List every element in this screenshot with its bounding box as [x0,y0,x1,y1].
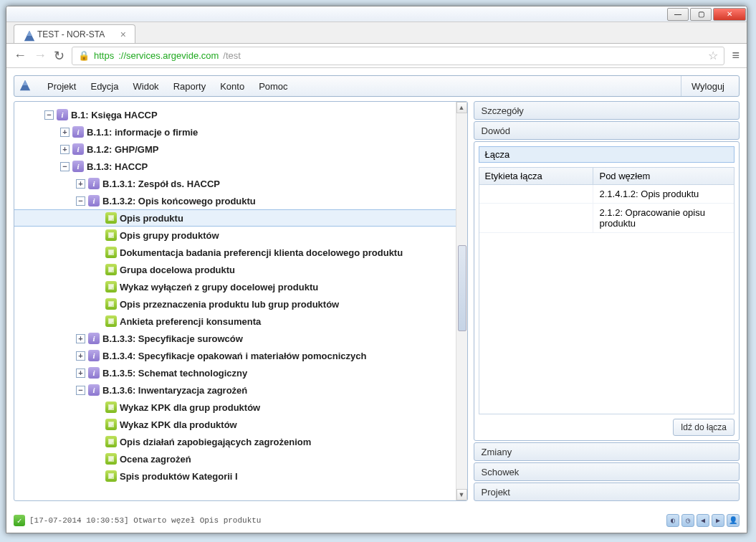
menu-widok[interactable]: Widok [126,81,166,92]
tree-row[interactable]: −B.1: Księga HACCP [14,106,456,123]
favicon-icon [23,29,33,39]
maximize-button[interactable]: ▢ [690,8,712,21]
menu-raporty[interactable]: Raporty [166,81,214,92]
tree-row[interactable]: +B.1.3.4: Specyfikacje opakowań i materi… [14,347,456,364]
lock-icon: 🔒 [78,50,90,61]
tree-row[interactable]: −B.1.3.2: Opis końcowego produktu [14,192,456,209]
tree-scrollbar[interactable]: ▲ ▼ [456,102,467,500]
document-node-icon [105,436,117,447]
section-clipboard[interactable]: Schowek [474,462,740,481]
tree-row[interactable]: Dokumentacja badania preferencji klienta… [14,244,456,261]
tree-row[interactable]: Opis grupy produktów [14,227,456,244]
scroll-up-icon[interactable]: ▲ [456,102,467,113]
tree-row[interactable]: +B.1.1: informacje o firmie [14,123,456,141]
tree-row[interactable]: Opis produktu [14,209,456,227]
app-area: Projekt Edycja Widok Raporty Konto Pomoc… [6,68,747,533]
tree-row[interactable]: +B.1.3.5: Schemat technologiczny [14,364,456,381]
browser-window: — ▢ ✕ TEST - NOR-STA × ← → ↻ 🔒 https://s… [6,6,747,533]
expand-icon[interactable]: + [76,369,85,378]
scroll-thumb[interactable] [458,245,466,331]
collapse-icon[interactable]: − [60,162,70,171]
tree-node-label: Opis grupy produktów [120,230,219,241]
section-details[interactable]: Szczegóły [474,101,740,120]
section-project[interactable]: Projekt [474,482,740,501]
svg-marker-1 [27,30,32,35]
close-window-button[interactable]: ✕ [713,8,746,21]
links-table: Etykieta łącza Pod węzłem 2.1.4.1.2: Opi… [479,167,735,414]
section-links-title[interactable]: Łącza [479,146,735,163]
tree-row[interactable]: +B.1.3.1: Zespół ds. HACCP [14,175,456,192]
goto-link-button[interactable]: Idź do łącza [673,419,735,436]
document-node-icon [105,470,117,482]
tree-row[interactable]: Wykaz KPK dla produktów [14,416,456,433]
scroll-down-icon[interactable]: ▼ [456,489,467,500]
status-icon-2[interactable]: ◷ [681,514,694,527]
browser-menu-icon[interactable]: ≡ [732,48,740,63]
document-node-icon [105,315,117,327]
collapse-icon[interactable]: − [76,386,85,395]
tree-row[interactable]: Wykaz KPK dla grup produktów [14,399,456,416]
menu-edycja[interactable]: Edycja [83,81,125,92]
url-scheme: https [94,50,114,61]
status-nav-next-icon[interactable]: ▶ [712,514,724,527]
tree-row[interactable]: Spis produktów Kategorii I [14,467,456,485]
forward-button[interactable]: → [34,48,47,63]
tree-node-label: Wykaz wyłączeń z grupy docelowej produkt… [120,282,318,293]
tree-row[interactable]: −B.1.3.6: Inwentaryzacja zagrożeń [14,381,456,399]
col-under: Pod węzłem [593,168,734,184]
info-node-icon [88,195,100,206]
svg-marker-3 [22,80,27,85]
bookmark-star-icon[interactable]: ☆ [708,49,718,62]
status-user-icon[interactable]: 👤 [727,514,740,527]
document-node-icon [105,281,117,293]
menu-pomoc[interactable]: Pomoc [252,81,295,92]
status-nav-prev-icon[interactable]: ◀ [697,514,709,527]
tree-row[interactable]: Wykaz wyłączeń z grupy docelowej produkt… [14,278,456,295]
tree-node-label: Opis produktu [120,213,183,224]
menu-projekt[interactable]: Projekt [40,81,83,92]
section-changes[interactable]: Zmiany [474,442,740,461]
info-node-icon [72,161,84,172]
expand-icon[interactable]: + [60,128,70,137]
right-panel: Szczegóły Dowód Łącza Etykieta łącza Pod… [474,101,740,501]
tree-row[interactable]: Grupa docelowa produktu [14,261,456,278]
tree-row[interactable]: −B.1.3: HACCP [14,158,456,175]
tree-row[interactable]: Opis działań zapobiegających zagrożeniom [14,433,456,450]
window-titlebar: — ▢ ✕ [6,6,747,22]
tab-title: TEST - NOR-STA [37,29,105,39]
table-row[interactable]: 2.1.2: Opracowanie opisu produktu [479,204,734,233]
expand-icon[interactable]: + [76,351,85,361]
minimize-button[interactable]: — [667,8,689,21]
back-button[interactable]: ← [14,48,27,63]
tree-row[interactable]: +B.1.2: GHP/GMP [14,141,456,158]
tree-row[interactable]: Ankieta preferencji konsumenta [14,313,456,330]
tree-node-label: Spis produktów Kategorii I [120,471,238,482]
reload-button[interactable]: ↻ [54,48,64,64]
info-node-icon [57,109,68,120]
info-node-icon [88,384,100,396]
menu-konto[interactable]: Konto [213,81,252,92]
section-evidence[interactable]: Dowód [474,121,740,140]
collapse-icon[interactable]: − [76,196,85,206]
status-icon-1[interactable]: ◐ [666,514,679,527]
tree-row[interactable]: +B.1.3.3: Specyfikacje surowców [14,330,456,347]
url-input[interactable]: 🔒 https://services.argevide.com/test ☆ [72,47,724,65]
tree-node-label: Wykaz KPK dla produktów [120,419,237,430]
tree-node-label: B.1.3.5: Schemat technologiczny [102,368,247,379]
browser-tab[interactable]: TEST - NOR-STA × [14,24,135,43]
tree-row[interactable]: Ocena zagrożeń [14,450,456,467]
logout-button[interactable]: Wyloguj [681,76,735,96]
document-node-icon [105,247,117,258]
collapse-icon[interactable]: − [44,110,54,120]
expand-icon[interactable]: + [76,179,85,189]
url-path: /test [223,50,241,61]
expand-icon[interactable]: + [60,145,70,154]
close-tab-icon[interactable]: × [120,29,126,40]
expand-icon[interactable]: + [76,334,85,343]
url-host: ://services.argevide.com [118,50,219,61]
table-row[interactable]: 2.1.4.1.2: Opis produktu [479,185,734,204]
tree-node-label: B.1.2: GHP/GMP [87,144,158,155]
tree-node-label: Wykaz KPK dla grup produktów [120,402,260,413]
tree-row[interactable]: Opis przeznaczenia produktu lub grup pro… [14,295,456,313]
browser-tab-strip: TEST - NOR-STA × [6,22,747,44]
